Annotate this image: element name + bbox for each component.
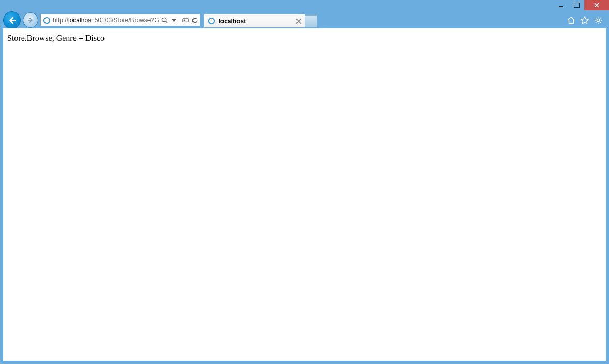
separator [180, 17, 180, 24]
window-controls [553, 0, 609, 10]
svg-point-10 [597, 19, 599, 21]
toolbar-right-icons [567, 16, 606, 25]
maximize-button[interactable] [569, 0, 584, 10]
svg-rect-3 [45, 20, 49, 20]
browser-window: http://localhost:50103/Store/Browse?G [0, 0, 609, 364]
back-button[interactable] [3, 11, 21, 29]
page-content: Store.Browse, Genre = Disco [3, 28, 606, 361]
url-host: localhost [68, 17, 93, 24]
svg-line-5 [166, 21, 167, 22]
new-tab-button[interactable] [305, 15, 317, 27]
refresh-icon[interactable] [191, 17, 199, 24]
svg-rect-6 [183, 18, 188, 22]
tools-icon[interactable] [593, 16, 603, 25]
svg-rect-9 [210, 21, 214, 21]
favorites-icon[interactable] [580, 16, 589, 25]
forward-button[interactable] [23, 12, 38, 28]
body-text: Store.Browse, Genre = Disco [7, 34, 602, 43]
svg-point-4 [162, 18, 167, 22]
close-window-button[interactable] [584, 0, 609, 10]
ie-icon [207, 17, 215, 25]
tab-localhost[interactable]: localhost [204, 14, 305, 27]
dropdown-icon[interactable] [170, 17, 178, 24]
titlebar [0, 0, 609, 12]
arrow-left-icon [7, 16, 17, 25]
svg-rect-7 [184, 19, 185, 21]
compat-view-icon[interactable] [182, 17, 189, 24]
search-icon[interactable] [161, 17, 169, 24]
ie-icon [43, 17, 51, 24]
address-bar[interactable]: http://localhost:50103/Store/Browse?G [40, 14, 200, 26]
minimize-button[interactable] [553, 0, 569, 10]
tab-title: localhost [218, 18, 292, 25]
close-icon [594, 3, 599, 8]
home-icon[interactable] [567, 16, 576, 25]
url-path: :50103/Store/Browse?G [93, 17, 159, 24]
tab-close-icon[interactable] [295, 18, 302, 24]
url-text: http://localhost:50103/Store/Browse?G [53, 17, 159, 24]
address-bar-icons [161, 17, 199, 24]
tab-strip: localhost [204, 13, 317, 27]
arrow-right-icon [26, 16, 35, 24]
toolbar: http://localhost:50103/Store/Browse?G [0, 12, 609, 28]
url-scheme: http:// [53, 17, 68, 24]
